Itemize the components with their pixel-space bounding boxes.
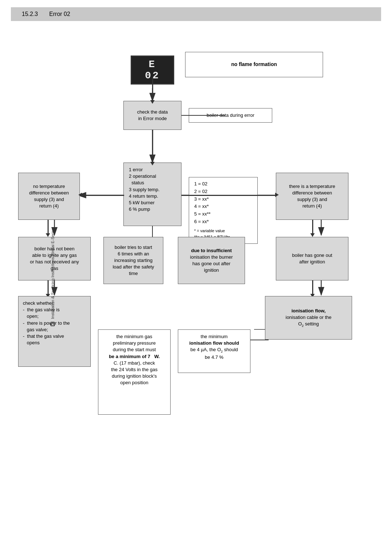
ionisation-flow-box: ionisation flow,ionisation cable or theO… <box>265 296 352 340</box>
boiler-tries-box: boiler tries to start6 times with anincr… <box>103 237 163 284</box>
ionisation-flow-text: ionisation flow,ionisation cable or theO… <box>286 308 331 328</box>
arrow-head-2 <box>310 233 315 237</box>
arrow-head-1 <box>46 233 50 237</box>
arrow-line-1 <box>48 220 49 234</box>
arrowhead-down-list <box>150 162 155 165</box>
line-to-no-temp <box>80 195 124 196</box>
arrow-line-4 <box>312 280 313 295</box>
arrow-line-2 <box>312 220 313 234</box>
arrowhead-right-temp <box>275 193 279 197</box>
brand-icon <box>50 322 55 326</box>
line-horiz-1 <box>250 340 269 340</box>
arrowhead-down-check <box>150 100 155 104</box>
section-number: 15.2.3 <box>22 11 38 17</box>
min-gas-box: the minimum gaspreliminary pressuredurin… <box>98 329 171 415</box>
line-to-temp <box>181 195 277 196</box>
temp-diff-box: there is a temperaturedifference between… <box>276 173 348 220</box>
flowchart-diagram: E 02 no flame formation check the datain… <box>11 21 381 551</box>
no-temp-diff-box: no temperaturedifference betweensupply (… <box>18 173 80 220</box>
arrow-line-3 <box>48 280 49 295</box>
check-data-text: check the datain Error mode <box>137 109 168 122</box>
line-check-to-list <box>152 130 153 163</box>
line-to-boiler-data <box>181 115 225 116</box>
values-text: 1 = 02 2 = 02 3 = xx* 4 = xx* 5 = xx** 6… <box>194 181 211 224</box>
error-list-text: 1 error 2 operational status 3 supply te… <box>129 167 160 212</box>
check-whether-text: check whether: - the gas valve is open; … <box>23 300 70 345</box>
insuff-ionisation-text: due to insufficientionisation the burner… <box>190 247 233 274</box>
min-ionisation-box: the minimum ionisation flow should be 4 … <box>178 329 250 373</box>
min-gas-text: the minimum gaspreliminary pressuredurin… <box>109 334 160 385</box>
values-box: 1 = 02 2 = 02 3 = xx* 4 = xx* 5 = xx** 6… <box>189 177 258 244</box>
min-ionisation-text: the minimum ionisation flow should be 4 … <box>189 334 239 360</box>
insuff-ionisation-box: due to insufficientionisation the burner… <box>178 237 245 284</box>
line-list-to-values <box>152 226 153 237</box>
arrows-svg <box>11 21 381 551</box>
line-display-to-check <box>152 77 153 102</box>
temp-diff-text: there is a temperaturedifference between… <box>289 183 335 210</box>
no-temp-diff-text: no temperaturedifference betweensupply (… <box>29 183 69 210</box>
section-title: Error 02 <box>49 11 70 17</box>
error-list-box: 1 error 2 operational status 3 supply te… <box>123 163 181 226</box>
no-flame-box: no flame formation <box>185 52 323 77</box>
arrowhead-left-no-temp <box>78 193 82 197</box>
side-label: Installation & Servicing Instructions Ri… <box>50 228 55 326</box>
boiler-tries-text: boiler tries to start6 times with anincr… <box>113 244 154 277</box>
boiler-gone-out-text: boiler has gone outafter ignition <box>292 252 332 265</box>
check-data-box: check the datain Error mode <box>123 101 181 130</box>
boiler-gone-out-box: boiler has gone outafter ignition <box>276 237 348 280</box>
no-flame-text: no flame formation <box>231 61 277 68</box>
section-header: 15.2.3 Error 02 <box>11 7 381 21</box>
